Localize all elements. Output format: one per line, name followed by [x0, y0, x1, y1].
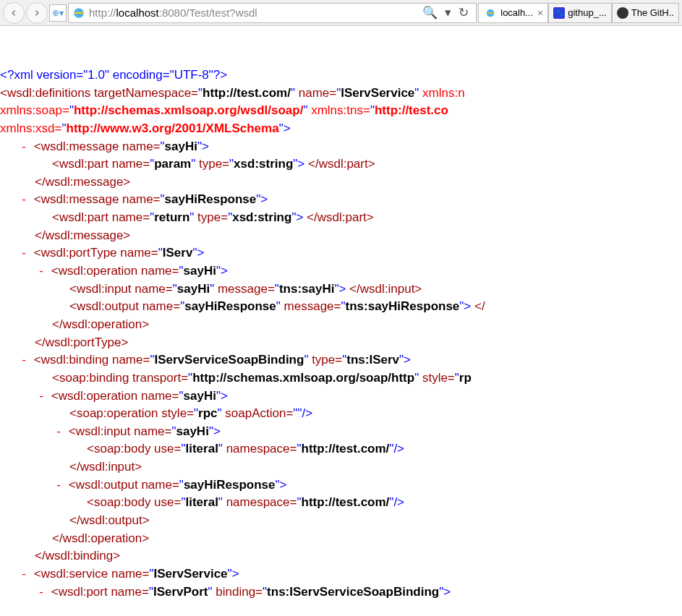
xml-line: - <wsdl:operation name="sayHi"> [0, 388, 682, 406]
xml-line: </wsdl:output> [0, 512, 682, 530]
xml-line: <soap:operation style="rpc" soapAction="… [0, 405, 682, 423]
xml-line: <wsdl:definitions targetNamespace="http:… [0, 85, 682, 103]
xml-line: - <wsdl:message name="sayHiResponse"> [0, 191, 682, 209]
tab-label: The GitH.. [631, 7, 674, 18]
xml-line: xmlns:soap="http://schemas.xmlsoap.org/w… [0, 102, 682, 120]
tab-githup[interactable]: 🐾 githup_... [548, 3, 612, 23]
xml-line: - <wsdl:binding name="IServServiceSoapBi… [0, 351, 682, 369]
collapse-toggle[interactable]: - [35, 388, 48, 406]
address-bar[interactable]: http://localhost:8080/Test/test?wsdl 🔍 ▾… [68, 3, 477, 23]
xml-line: <wsdl:input name="sayHi" message="tns:sa… [0, 281, 682, 299]
xml-line: xmlns:xsd="http://www.w3.org/2001/XMLSch… [0, 120, 682, 138]
close-icon[interactable]: × [536, 7, 543, 19]
tab-localhost[interactable]: localh... × [478, 3, 548, 23]
xml-line: </wsdl:input> [0, 458, 682, 476]
tab-label: githup_... [568, 7, 607, 18]
collapse-toggle[interactable]: - [35, 262, 48, 281]
xml-line: - <wsdl:input name="sayHi"> [0, 423, 682, 441]
paw-favicon-icon: 🐾 [553, 7, 565, 19]
xml-line: </wsdl:operation> [0, 316, 682, 334]
xml-viewer: <?xml version="1.0" encoding="UTF-8"?> <… [0, 26, 682, 601]
xml-line: <soap:body use="literal" namespace="http… [0, 494, 682, 512]
xml-line: - <wsdl:service name="IServService"> [0, 565, 682, 583]
url-text: http://localhost:8080/Test/test?wsdl [86, 7, 418, 19]
xml-line: - <wsdl:port name="IServPort" binding="t… [0, 583, 682, 602]
back-button[interactable] [3, 2, 25, 24]
xml-line: </wsdl:message> [0, 174, 682, 192]
collapse-toggle[interactable]: - [17, 244, 30, 262]
compat-view-button[interactable]: ⊕▾ [49, 4, 67, 22]
xml-line: </wsdl:binding> [0, 547, 682, 565]
xml-line: </wsdl:portType> [0, 334, 682, 352]
xml-line: <soap:body use="literal" namespace="http… [0, 440, 682, 458]
ie-favicon-icon [483, 6, 498, 20]
search-icon[interactable]: 🔍 [422, 5, 438, 20]
collapse-toggle[interactable]: - [35, 583, 48, 602]
collapse-toggle[interactable]: - [52, 423, 65, 441]
xml-line: <wsdl:part name="return" type="xsd:strin… [0, 209, 682, 227]
xml-line: - <wsdl:operation name="sayHi"> [0, 262, 682, 281]
xml-line: <wsdl:part name="param" type="xsd:string… [0, 155, 682, 174]
xml-line: - <wsdl:message name="sayHi"> [0, 138, 682, 156]
collapse-toggle[interactable]: - [17, 191, 30, 209]
tab-strip: localh... × 🐾 githup_... The GitH.. [478, 3, 679, 23]
forward-button[interactable] [26, 2, 48, 24]
tab-github[interactable]: The GitH.. [612, 3, 679, 23]
xml-line: - <wsdl:portType name="IServ"> [0, 244, 682, 262]
collapse-toggle[interactable]: - [17, 138, 30, 156]
xml-line: - <wsdl:output name="sayHiResponse"> [0, 476, 682, 495]
browser-toolbar: ⊕▾ http://localhost:8080/Test/test?wsdl … [0, 0, 682, 26]
xml-line: </wsdl:operation> [0, 530, 682, 548]
refresh-icon[interactable]: ↻ [459, 5, 469, 20]
xml-declaration: <?xml version="1.0" encoding="UTF-8"?> [0, 67, 682, 85]
xml-line: <wsdl:output name="sayHiResponse" messag… [0, 298, 682, 316]
collapse-toggle[interactable]: - [17, 565, 30, 583]
dropdown-icon[interactable]: ▾ [445, 5, 451, 20]
collapse-toggle[interactable]: - [52, 476, 65, 495]
xml-line: <soap:binding transport="http://schemas.… [0, 369, 682, 388]
collapse-toggle[interactable]: - [17, 351, 30, 369]
github-favicon-icon [617, 7, 628, 19]
xml-line: </wsdl:message> [0, 227, 682, 245]
ie-logo-icon [72, 6, 86, 20]
tab-label: localh... [500, 7, 533, 18]
